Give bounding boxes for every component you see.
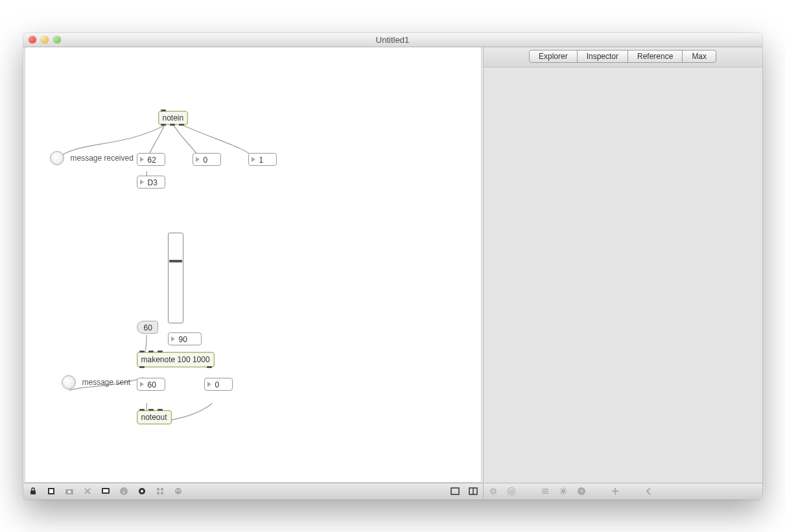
svg-rect-11: [157, 488, 159, 491]
zoom-window-button[interactable]: [53, 36, 61, 43]
new-patcher-icon[interactable]: [45, 485, 57, 497]
sidebar-body: [484, 67, 762, 483]
svg-rect-14: [161, 492, 163, 494]
svg-point-10: [141, 490, 143, 492]
x-icon[interactable]: [82, 485, 93, 497]
minimize-window-button[interactable]: [41, 36, 49, 43]
split-view-icon[interactable]: [467, 485, 479, 497]
help-icon[interactable]: ?: [576, 485, 587, 497]
back-icon[interactable]: [643, 485, 655, 497]
patch-cords: [25, 47, 481, 482]
comment-message-received: message received: [68, 152, 136, 164]
display-value: D3: [148, 178, 158, 187]
list-icon[interactable]: [539, 485, 551, 497]
bang-message-received[interactable]: [50, 151, 64, 165]
sidebar-tabs: ExplorerInspectorReferenceMax: [484, 47, 762, 67]
app-window: Untitled1: [23, 33, 762, 500]
numbox-channel-in[interactable]: 1: [248, 153, 277, 166]
svg-point-22: [508, 488, 515, 495]
patcher-pane: notein message received 62: [23, 47, 484, 500]
object-text: notein: [163, 113, 184, 122]
svg-rect-0: [30, 491, 36, 494]
svg-point-15: [175, 488, 182, 494]
object-notein[interactable]: notein: [158, 111, 189, 125]
bang-message-sent[interactable]: [62, 375, 76, 389]
numbox-velocity-in[interactable]: 0: [193, 153, 221, 166]
numbox-value: 0: [204, 156, 208, 165]
numbox-value: 90: [179, 335, 187, 344]
lock-icon[interactable]: [27, 485, 39, 497]
svg-point-23: [510, 490, 513, 492]
numbox-velocity-out[interactable]: 0: [204, 378, 233, 391]
patcher-canvas[interactable]: notein message received 62: [25, 47, 482, 483]
numbox-pitch-in[interactable]: 62: [137, 153, 165, 166]
svg-point-16: [176, 490, 178, 491]
svg-rect-18: [451, 488, 459, 494]
svg-rect-13: [157, 492, 159, 494]
numbox-value: 62: [148, 156, 156, 165]
tab-inspector[interactable]: Inspector: [577, 50, 628, 63]
numbox-value: 60: [148, 380, 156, 389]
svg-rect-6: [103, 489, 108, 492]
svg-rect-2: [49, 489, 53, 493]
traffic-lights: [29, 36, 61, 43]
message-60[interactable]: 60: [137, 321, 158, 334]
svg-rect-12: [161, 488, 163, 491]
slider-velocity[interactable]: [168, 233, 183, 323]
numbox-pitch-out[interactable]: 60: [137, 378, 165, 391]
svg-point-17: [179, 490, 180, 491]
info-icon[interactable]: i: [118, 485, 130, 497]
camera-icon[interactable]: [64, 485, 75, 497]
object-noteout[interactable]: noteout: [137, 410, 172, 424]
svg-text:?: ?: [580, 489, 583, 494]
snowflake-icon[interactable]: [557, 485, 569, 497]
numbox-value: 0: [215, 380, 220, 389]
single-view-icon[interactable]: [449, 485, 461, 497]
close-window-button[interactable]: [29, 36, 36, 43]
presentation-icon[interactable]: [100, 485, 111, 497]
at-icon[interactable]: [506, 485, 517, 497]
window-title: Untitled1: [23, 35, 762, 45]
display-note-name[interactable]: D3: [137, 176, 165, 189]
object-makenote[interactable]: makenote 100 1000: [137, 352, 215, 367]
patcher-toolbar: i: [23, 483, 483, 500]
grid-icon[interactable]: [154, 485, 166, 497]
tab-reference[interactable]: Reference: [627, 50, 683, 63]
numbox-slider-out[interactable]: 90: [168, 332, 202, 345]
sidebar-toolbar: ?: [484, 483, 762, 500]
numbox-value: 1: [259, 156, 264, 165]
svg-point-4: [68, 491, 71, 493]
object-text: noteout: [141, 413, 167, 422]
titlebar: Untitled1: [23, 33, 762, 47]
sidebar-pane: ExplorerInspectorReferenceMax ?: [484, 47, 762, 500]
svg-point-21: [491, 489, 495, 493]
comment-message-sent: message sent: [80, 376, 134, 388]
tab-explorer[interactable]: Explorer: [529, 50, 578, 63]
plus-icon[interactable]: [609, 485, 621, 497]
object-text: makenote 100 1000: [141, 355, 210, 364]
tab-max[interactable]: Max: [682, 50, 716, 63]
clue-icon[interactable]: [136, 485, 148, 497]
debug-icon[interactable]: [172, 485, 184, 497]
settings-icon[interactable]: [487, 485, 499, 497]
message-text: 60: [144, 323, 152, 332]
